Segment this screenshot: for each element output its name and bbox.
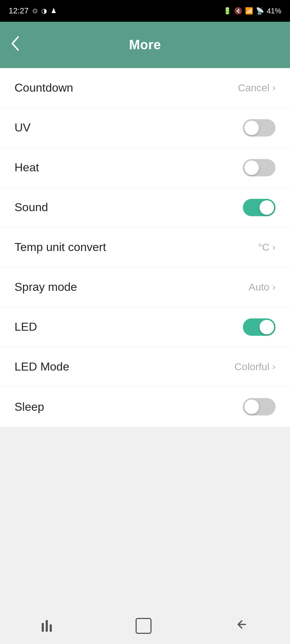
battery-icon: 🔋: [223, 7, 231, 15]
back-button[interactable]: [10, 35, 20, 55]
signal-icon: 📡: [256, 7, 264, 15]
countdown-value[interactable]: Cancel›: [238, 82, 276, 94]
settings-row-sleep: Sleep: [0, 387, 290, 427]
sound-toggle-knob: [260, 200, 274, 215]
temp-unit-convert-label: Temp unit convert: [14, 241, 106, 254]
page-title: More: [129, 37, 161, 53]
settings-row-countdown[interactable]: CountdownCancel›: [0, 68, 290, 108]
heat-toggle[interactable]: [243, 159, 276, 176]
person-icon: ♟: [51, 7, 57, 15]
back-nav-button[interactable]: [235, 618, 248, 634]
spray-mode-value-text: Auto: [249, 281, 270, 293]
settings-row-uv: UV: [0, 108, 290, 148]
status-bar-right: 🔋 🔇 📶 📡 41%: [223, 7, 281, 15]
uv-label: UV: [14, 121, 30, 134]
sound-label: Sound: [14, 201, 48, 214]
settings-row-led: LED: [0, 307, 290, 347]
settings-row-spray-mode[interactable]: Spray modeAuto›: [0, 267, 290, 307]
led-label: LED: [14, 320, 37, 334]
sound-toggle[interactable]: [243, 199, 276, 216]
status-bar-left: 12:27 ⊙ ◑ ♟: [9, 6, 57, 16]
recent-apps-button[interactable]: [42, 620, 52, 632]
spray-mode-value[interactable]: Auto›: [249, 281, 276, 293]
wifi-icon: 📶: [245, 7, 253, 15]
heat-label: Heat: [14, 161, 39, 174]
uv-toggle[interactable]: [243, 119, 276, 137]
uv-toggle-knob: [244, 121, 259, 135]
led-toggle[interactable]: [243, 318, 276, 336]
settings-row-sound: Sound: [0, 188, 290, 227]
location-icon: ⊙: [32, 7, 38, 15]
temp-unit-convert-chevron-icon: ›: [272, 242, 276, 253]
sleep-label: Sleep: [14, 400, 44, 414]
sleep-toggle[interactable]: [243, 398, 276, 415]
settings-row-heat: Heat: [0, 148, 290, 188]
header: More: [0, 22, 290, 68]
settings-list: CountdownCancel›UVHeatSoundTemp unit con…: [0, 68, 290, 427]
temp-unit-convert-value-text: °C: [258, 242, 269, 253]
settings-row-temp-unit-convert[interactable]: Temp unit convert°C›: [0, 227, 290, 267]
status-time: 12:27: [9, 6, 29, 16]
bottom-nav: [0, 608, 290, 644]
led-mode-chevron-icon: ›: [272, 361, 276, 372]
led-mode-label: LED Mode: [14, 360, 69, 373]
countdown-chevron-icon: ›: [272, 82, 276, 93]
battery-percent: 41%: [267, 7, 281, 15]
back-nav-icon: [235, 618, 248, 634]
spray-mode-chevron-icon: ›: [272, 281, 276, 293]
settings-row-led-mode[interactable]: LED ModeColorful›: [0, 347, 290, 387]
headphone-icon: ◑: [41, 7, 47, 15]
status-bar: 12:27 ⊙ ◑ ♟ 🔋 🔇 📶 📡 41%: [0, 0, 290, 22]
led-mode-value[interactable]: Colorful›: [235, 361, 276, 373]
spray-mode-label: Spray mode: [14, 280, 77, 294]
home-icon: [136, 618, 152, 634]
countdown-value-text: Cancel: [238, 82, 269, 94]
countdown-label: Countdown: [14, 81, 73, 95]
recent-apps-icon: [42, 620, 52, 632]
led-toggle-knob: [260, 320, 274, 334]
heat-toggle-knob: [244, 160, 259, 175]
mute-icon: 🔇: [234, 7, 242, 15]
sleep-toggle-knob: [244, 400, 259, 414]
temp-unit-convert-value[interactable]: °C›: [258, 242, 276, 253]
led-mode-value-text: Colorful: [235, 361, 269, 373]
home-button[interactable]: [136, 618, 152, 634]
